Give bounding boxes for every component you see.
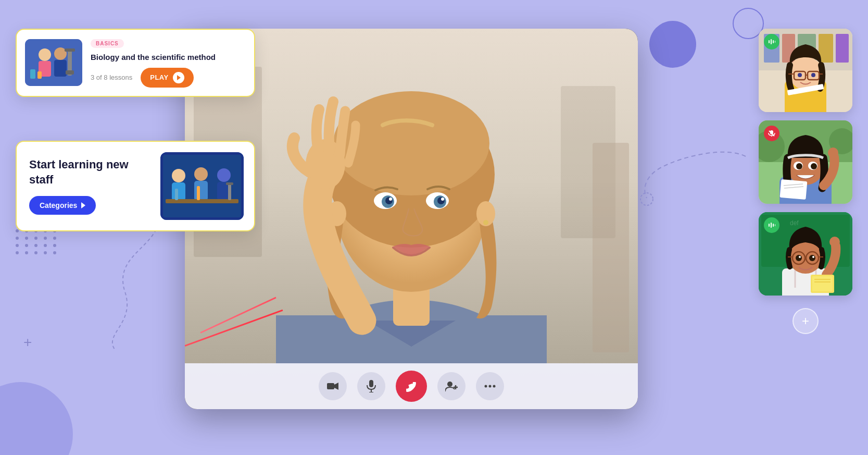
course-info: BASICS Biology and the scientific method… [91, 38, 246, 88]
decorative-dots [16, 229, 58, 254]
course-lessons-count: 3 of 8 lessons [91, 73, 132, 81]
svg-point-17 [217, 168, 231, 182]
play-button-label: PLAY [150, 73, 168, 81]
svg-rect-14 [172, 182, 185, 201]
categories-text: Start learning new staff Categories [29, 157, 152, 214]
svg-point-52 [493, 385, 496, 388]
svg-point-40 [483, 220, 488, 225]
svg-rect-8 [66, 70, 74, 75]
svg-point-51 [489, 385, 492, 388]
svg-rect-23 [226, 182, 233, 185]
svg-point-72 [811, 73, 815, 77]
categories-button[interactable]: Categories [29, 196, 96, 215]
svg-rect-63 [836, 34, 849, 63]
svg-rect-55 [773, 40, 774, 43]
svg-rect-93 [773, 224, 774, 227]
svg-point-110 [829, 237, 840, 247]
svg-rect-112 [812, 276, 833, 291]
add-person-icon [445, 381, 458, 391]
participant-3-audio-indicator [764, 217, 779, 233]
play-button[interactable]: PLAY [141, 68, 193, 88]
audio-wave-icon [768, 38, 775, 45]
svg-rect-9 [30, 69, 35, 79]
svg-point-87 [828, 147, 838, 158]
add-participant-button[interactable]: + [792, 308, 819, 334]
svg-point-13 [172, 169, 185, 182]
course-thumbnail [25, 39, 82, 86]
svg-point-47 [447, 382, 452, 387]
svg-rect-22 [228, 183, 231, 200]
svg-rect-94 [775, 224, 775, 226]
decorative-plus: + [23, 334, 32, 351]
svg-point-36 [389, 198, 392, 201]
svg-point-71 [798, 73, 802, 77]
svg-point-2 [39, 48, 51, 61]
course-title: Biology and the scientific method [91, 52, 246, 63]
svg-marker-43 [334, 383, 338, 390]
camera-icon [327, 382, 338, 391]
end-call-button[interactable] [396, 371, 427, 402]
categories-card: Start learning new staff Categories [16, 141, 255, 231]
svg-text:def: def [790, 219, 799, 227]
course-meta: 3 of 8 lessons PLAY [91, 68, 246, 88]
svg-rect-53 [769, 40, 770, 43]
svg-rect-1 [25, 39, 82, 86]
categories-button-label: Categories [40, 201, 77, 210]
add-participant-icon: + [802, 314, 809, 328]
participant-2 [759, 120, 852, 204]
svg-rect-16 [194, 181, 208, 201]
participant-1-audio-indicator [764, 34, 779, 50]
svg-rect-44 [369, 380, 373, 387]
decorative-squiggle-left [73, 219, 177, 349]
audio-wave-icon-2 [768, 222, 775, 229]
end-call-icon [405, 380, 418, 392]
svg-rect-91 [769, 224, 770, 227]
participant-2-muted-indicator [764, 126, 779, 141]
svg-rect-7 [65, 48, 75, 52]
play-icon [173, 72, 184, 83]
microphone-button[interactable] [357, 372, 385, 400]
svg-point-107 [809, 255, 815, 261]
svg-point-37 [441, 198, 444, 201]
categories-title: Start learning new staff [29, 157, 152, 187]
participants-panel: abc def [759, 29, 852, 334]
svg-rect-10 [37, 71, 42, 79]
svg-point-86 [811, 163, 817, 169]
course-badge: BASICS [91, 39, 124, 48]
muted-microphone-icon [768, 130, 775, 137]
svg-rect-54 [771, 39, 772, 44]
svg-rect-92 [771, 223, 772, 228]
categories-thumbnail [160, 152, 244, 220]
svg-point-85 [796, 163, 802, 169]
decorative-circle-top [649, 21, 696, 68]
course-card: BASICS Biology and the scientific method… [16, 29, 255, 97]
more-options-button[interactable] [476, 372, 504, 400]
svg-rect-5 [54, 60, 67, 77]
svg-point-50 [485, 385, 487, 388]
add-person-button[interactable] [437, 372, 466, 400]
participant-1 [759, 29, 852, 112]
svg-rect-56 [775, 41, 775, 43]
svg-point-15 [194, 167, 208, 181]
svg-rect-88 [780, 179, 808, 200]
call-controls-bar [185, 363, 638, 409]
svg-point-108 [799, 256, 801, 258]
camera-button[interactable] [319, 372, 347, 400]
svg-rect-20 [175, 189, 178, 200]
participant-3: abc def [759, 212, 852, 296]
arrow-right-icon [81, 202, 85, 208]
svg-point-106 [796, 255, 802, 261]
svg-point-109 [812, 256, 814, 258]
decorative-circle-bottom [0, 382, 73, 455]
play-triangle-icon [177, 75, 181, 80]
svg-rect-42 [327, 383, 334, 389]
svg-point-0 [640, 193, 653, 205]
microphone-icon [367, 380, 376, 392]
decorative-connector [631, 115, 761, 208]
more-options-icon [484, 385, 496, 388]
svg-rect-21 [197, 186, 200, 200]
